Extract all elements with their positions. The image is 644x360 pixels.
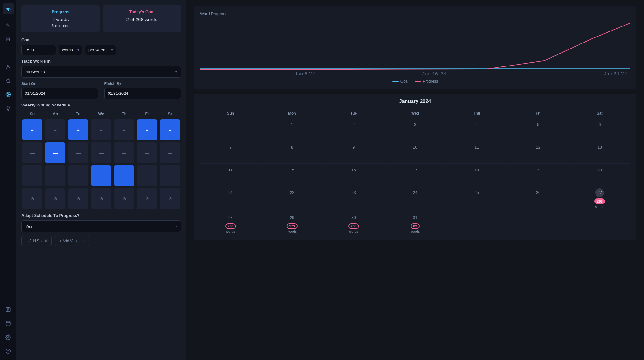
schedule-btn-tu-1[interactable]: ≡ [68,119,88,140]
cal-cell-11: 11 [446,141,507,163]
cal-badge-31: 89 [411,223,419,229]
schedule-btn-th-3[interactable]: — [114,165,134,186]
svg-point-3 [7,93,9,96]
cal-cell-23: 23 [323,186,384,210]
cal-num-27-circle: 27 [595,188,604,197]
cal-cell-29: 29 179 words [262,211,323,235]
track-select[interactable]: All Scenes Current Scene All Documents [21,66,181,78]
cal-num-3: 3 [414,120,416,129]
progress-minutes: 5 minutes [26,23,95,28]
goal-unit-select-wrap: words pages [59,45,82,55]
cal-badge-27: 268 [594,198,605,204]
sidebar: np ✎ ⊞ ≡ [0,0,16,360]
app-logo[interactable]: np [3,3,14,14]
cal-cell-3: 3 [385,118,446,140]
add-vacation-button[interactable]: + Add Vacation [55,236,89,246]
cal-cell-12: 12 [508,141,569,163]
cal-num-15: 15 [290,166,294,174]
notes-icon[interactable] [3,304,14,315]
goal-section-label: Goal [21,37,181,42]
cal-num-14: 14 [228,166,232,174]
schedule-btn-fr-2[interactable] [137,142,157,163]
schedule-btn-th-1[interactable]: ≡ [114,119,134,140]
schedule-btn-fr-1[interactable]: ≡ [137,119,157,140]
schedule-btn-th-4[interactable]: ⊘ [114,188,134,209]
schedule-btn-tu-3[interactable]: — [68,165,88,186]
cal-num-11: 11 [474,143,479,152]
schedule-btn-tu-2[interactable] [68,142,88,163]
schedule-btn-we-4[interactable]: ⊘ [91,188,111,209]
cal-num-22: 22 [290,188,294,197]
cal-cell-15: 15 [262,163,323,186]
goal-unit-select[interactable]: words pages [59,45,82,55]
add-sprint-button[interactable]: + Add Sprint [21,236,52,246]
start-date-input[interactable] [21,88,98,99]
cal-cell-5: 5 [508,118,569,140]
lightbulb-icon[interactable] [3,103,14,114]
cal-cell-27: 27 268 words [569,186,630,210]
cal-cell-24: 24 [385,186,446,210]
cal-cell-empty-2 [446,211,507,235]
schedule-btn-we-1[interactable]: ≡ [91,119,111,140]
users-icon[interactable] [3,61,14,72]
schedule-btn-sa-2[interactable] [160,142,180,163]
schedule-btn-we-3[interactable]: — [91,165,111,186]
schedule-btn-mo-4[interactable]: ⊘ [45,188,65,209]
track-select-wrap: All Scenes Current Scene All Documents [21,66,181,78]
star-icon[interactable] [3,75,14,86]
goal-period-select[interactable]: per week per day per month [85,45,116,55]
cal-header-tue: Tue [323,109,384,117]
edit-icon[interactable]: ✎ [3,20,14,31]
cal-words-31: words [411,230,420,233]
database-icon[interactable] [3,318,14,329]
schedule-btn-mo-3[interactable]: — [45,165,65,186]
cal-cell-16: 16 [323,163,384,186]
schedule-btn-th-2[interactable] [114,142,134,163]
help-icon[interactable] [3,346,14,357]
start-date-field: Start On [21,82,98,99]
filter-icon[interactable]: ≡ [3,47,14,59]
cal-cell-empty-4 [569,211,630,235]
schedule-btn-sa-3[interactable]: — [160,165,180,186]
calendar-title: January 2024 [200,99,630,104]
progress-label: Progress [26,9,95,14]
cal-words-28: words [226,230,235,233]
cal-cell-21: 21 [200,186,261,210]
cal-words-29: words [288,230,297,233]
settings-icon[interactable] [3,332,14,343]
schedule-btn-su-2[interactable] [22,142,42,163]
cal-cell-17: 17 [385,163,446,186]
grid-icon[interactable]: ⊞ [3,33,14,45]
start-date-label: Start On [21,82,98,86]
cal-cell-8: 8 [262,141,323,163]
schedule-btn-tu-4[interactable]: ⊘ [68,188,88,209]
finish-date-input[interactable] [104,88,181,99]
cal-header-fri: Fri [508,109,569,117]
left-panel: Progress 2 words 5 minutes Today's Goal … [16,0,186,360]
chart-svg: Jan 8 '24 Jan 16 '24 Jan 31 '24 [200,20,630,77]
schedule-btn-su-1[interactable]: ≡ [22,119,42,140]
schedule-btn-fr-3[interactable]: — [137,165,157,186]
schedule-btn-su-3[interactable]: — [22,165,42,186]
cal-badge-28: 268 [225,223,236,229]
schedule-btn-sa-4[interactable]: ⊘ [160,188,180,209]
day-sa: Sa [159,111,181,117]
finish-date-field: Finish By [104,82,181,99]
schedule-btn-mo-1[interactable]: ≡ [45,119,65,140]
schedule-btn-su-4[interactable]: ⊘ [22,188,42,209]
cal-num-21: 21 [228,188,232,197]
cal-header-mon: Mon [262,109,323,117]
cal-cell-1: 1 [262,118,323,140]
schedule-btn-sa-1[interactable]: ≡ [160,119,180,140]
goal-value: 2 of 268 words [108,17,176,22]
svg-text:Jan 16 '24: Jan 16 '24 [422,72,446,76]
goal-icon[interactable] [3,89,14,100]
cal-cell-7: 7 [200,141,261,163]
goal-amount-input[interactable] [21,45,56,55]
schedule-btn-we-2[interactable] [91,142,111,163]
cal-cell-19: 19 [508,163,569,186]
adapt-select[interactable]: Yes No [21,220,181,232]
svg-point-10 [7,337,9,338]
schedule-btn-fr-4[interactable]: ⊘ [137,188,157,209]
schedule-btn-mo-2[interactable] [45,142,65,163]
